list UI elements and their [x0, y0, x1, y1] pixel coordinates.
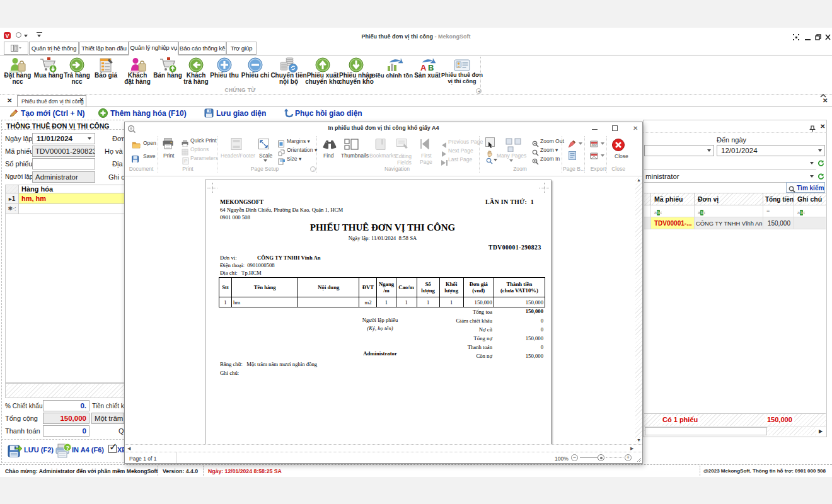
svg-text:A: A — [420, 63, 427, 72]
svg-text:b: b — [657, 210, 660, 215]
svg-text:?: ? — [66, 445, 70, 451]
svg-text:doc: doc — [592, 143, 598, 147]
svg-text:c: c — [704, 210, 706, 215]
svg-text:c: c — [661, 210, 662, 215]
svg-text:B: B — [428, 63, 434, 72]
svg-text:c: c — [804, 210, 806, 215]
svg-text:P: P — [184, 158, 187, 164]
svg-text:a: a — [698, 210, 700, 215]
svg-text:b: b — [701, 210, 703, 215]
svg-text:b: b — [800, 210, 803, 215]
svg-text:a: a — [797, 210, 800, 215]
svg-text:a: a — [654, 210, 657, 215]
